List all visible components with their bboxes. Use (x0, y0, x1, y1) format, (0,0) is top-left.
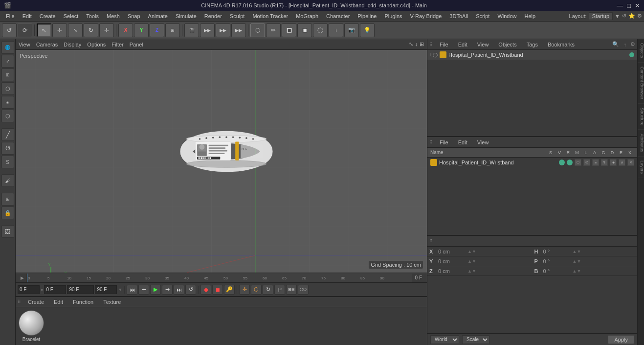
key-button[interactable]: 🔑 (224, 285, 235, 295)
render-btn2[interactable]: ▶▶ (216, 23, 230, 37)
vp-panel-menu[interactable]: Panel (130, 42, 143, 47)
material-sphere-bracelet[interactable] (19, 310, 44, 336)
om-object-row[interactable]: L◯ Hospital_Patient_ID_Wristband (427, 50, 637, 60)
view-cube1[interactable]: 🔳 (282, 23, 296, 37)
coord-b-field[interactable] (543, 268, 573, 274)
menu-edit[interactable]: Edit (19, 12, 36, 20)
sm-icon-6[interactable]: ⌀ (619, 159, 625, 166)
om-file-btn[interactable]: File (437, 42, 451, 47)
redo-button[interactable]: ⟳ (18, 23, 32, 37)
coord-z-field[interactable] (438, 268, 467, 274)
coord-x-down[interactable]: ▼ (472, 249, 476, 254)
om-search-icon[interactable]: 🔍 (611, 41, 620, 48)
sm-icon-2[interactable]: ∅ (583, 159, 590, 166)
minimize-button[interactable]: — (617, 2, 623, 9)
view-circle[interactable]: ◯ (313, 23, 328, 37)
menu-simulate[interactable]: Simulate (172, 12, 200, 20)
render-btn3[interactable]: ▶▶ (231, 23, 246, 37)
view-dots[interactable]: ⁞ (329, 23, 343, 37)
vp-options-menu[interactable]: Options (87, 42, 106, 47)
layout-icon1[interactable]: ↺ (622, 13, 626, 19)
loop-button[interactable]: ↺ (185, 285, 196, 295)
end-frame-field[interactable] (67, 285, 94, 294)
coord-y-down[interactable]: ▼ (472, 259, 476, 264)
mat-edit-btn[interactable]: Edit (51, 299, 66, 305)
motion-btn3[interactable]: ↻ (263, 285, 273, 295)
menu-animate[interactable]: Animate (144, 12, 172, 20)
coord-y-up[interactable]: ▲ (467, 259, 472, 264)
layout-arrow[interactable]: ▼ (615, 13, 620, 19)
menu-character[interactable]: Character (322, 12, 354, 20)
sidebar-lock-btn[interactable]: 🔒 (1, 207, 14, 219)
vtab-objects[interactable]: Objects (638, 39, 644, 63)
axis-y-btn[interactable]: Y (134, 23, 149, 37)
menu-snap[interactable]: Snap (124, 12, 144, 20)
coord-z-up[interactable]: ▲ (467, 269, 472, 274)
layout-icon3[interactable]: ⚙ (637, 13, 642, 19)
om-extra2[interactable]: ⚙ (630, 41, 635, 47)
coord-x-up[interactable]: ▲ (467, 249, 472, 254)
coord-b-up[interactable]: ▲ (573, 269, 577, 274)
sidebar-grid-btn[interactable]: ⊞ (1, 69, 14, 81)
menu-vray[interactable]: V-Ray Bridge (406, 12, 446, 20)
prev-frame-button[interactable]: ⬅ (138, 285, 149, 295)
menu-mograph[interactable]: MoGraph (292, 12, 322, 20)
sm-object-row[interactable]: Hospital_Patient_ID_Wristband ⬡ ∅ ≡ ↯ ◈ … (427, 158, 637, 167)
sm-render-dot[interactable] (567, 160, 573, 165)
transform-tool[interactable]: ✛ (99, 23, 114, 37)
om-bookmarks-btn[interactable]: Bookmarks (545, 42, 577, 47)
undo-button[interactable]: ↺ (2, 23, 17, 37)
timeline-track[interactable]: 0 5 10 15 20 25 30 35 40 45 50 55 60 65 … (27, 274, 412, 282)
om-tags-btn[interactable]: Tags (524, 42, 541, 47)
vtab-attributes[interactable]: Attributes (638, 130, 644, 157)
menu-window[interactable]: Window (493, 12, 520, 20)
coord-h-up[interactable]: ▲ (573, 249, 577, 254)
coord-y-field[interactable] (438, 258, 467, 264)
sm-icon-4[interactable]: ↯ (601, 159, 608, 166)
select-tool[interactable]: ↖ (37, 23, 51, 37)
play-button[interactable]: ▶ (150, 285, 161, 295)
sm-vis-dot[interactable] (559, 160, 565, 165)
start-frame-field[interactable] (44, 285, 66, 294)
coord-z-down[interactable]: ▼ (472, 269, 476, 274)
menu-3dtoall[interactable]: 3DToAll (445, 12, 472, 20)
menu-motiontracker[interactable]: Motion Tracker (248, 12, 292, 20)
sidebar-solid-btn[interactable]: ⬡ (1, 110, 14, 122)
motion-btn1[interactable]: ✛ (239, 285, 250, 295)
om-edit-btn[interactable]: Edit (455, 42, 470, 47)
menu-create[interactable]: Create (36, 12, 60, 20)
layout-value[interactable]: Startup (589, 12, 613, 20)
motion-btn5[interactable]: ⊞⊞ (286, 285, 297, 295)
vp-ctrl-2[interactable]: ↓ (415, 41, 418, 47)
menu-script[interactable]: Script (472, 12, 493, 20)
sidebar-line-btn[interactable]: ╱ (1, 128, 14, 141)
current-frame-field[interactable] (18, 285, 40, 294)
sidebar-sculpt-btn[interactable]: 🖌 (1, 174, 14, 187)
vtab-structure[interactable]: Structure (638, 104, 644, 130)
mat-create-btn[interactable]: Create (25, 299, 47, 305)
motion-btn2[interactable]: ⬡ (251, 285, 262, 295)
close-button[interactable]: ✕ (635, 2, 640, 9)
record-button[interactable]: ⏺ (200, 285, 211, 295)
sidebar-paint-btn[interactable]: 🖼 (1, 225, 14, 238)
sidebar-wireframe-btn[interactable]: ◈ (1, 96, 14, 109)
axis-z-btn[interactable]: Z (150, 23, 164, 37)
sm-icon-3[interactable]: ≡ (592, 159, 599, 166)
om-view-btn[interactable]: View (474, 42, 492, 47)
coord-x-field[interactable] (438, 249, 467, 254)
sidebar-check-btn[interactable]: ✓ (1, 55, 14, 68)
view-cube2[interactable]: 🔲 (297, 23, 312, 37)
motion-btn6[interactable]: ⬡⬡ (298, 285, 309, 295)
auto-key-button[interactable]: ⏹ (212, 285, 223, 295)
scale-tool[interactable]: ⤡ (68, 23, 83, 37)
axis-x-btn[interactable]: X (118, 23, 133, 37)
layout-icon2[interactable]: ⭐ (628, 13, 635, 19)
sm-icon-5[interactable]: ◈ (610, 159, 617, 166)
coord-mode-select[interactable]: Scale Size (462, 335, 489, 344)
vp-ctrl-3[interactable]: ⊞ (420, 41, 424, 47)
preview-range-field[interactable] (95, 285, 117, 294)
coord-p-down[interactable]: ▼ (577, 259, 581, 264)
coord-space-select[interactable]: World Object (430, 335, 459, 344)
move-tool[interactable]: ✛ (52, 23, 67, 37)
maximize-button[interactable]: □ (627, 2, 631, 9)
